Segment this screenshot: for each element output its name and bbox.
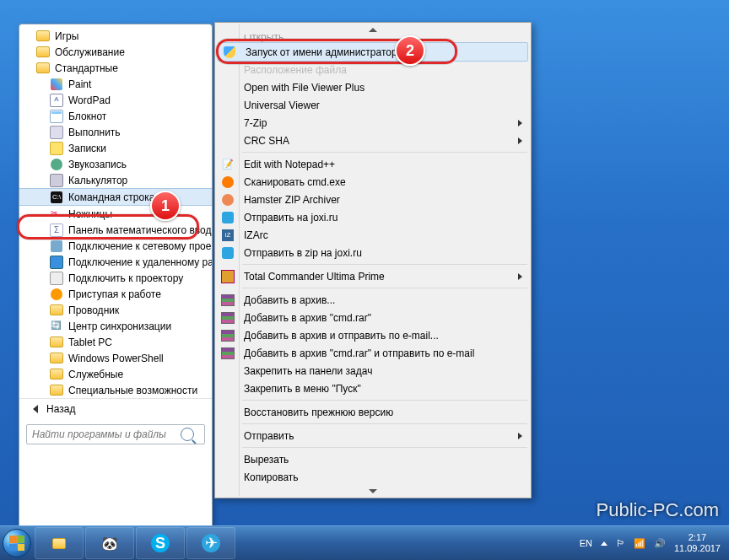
start-menu-item-label: Игры xyxy=(55,30,78,42)
start-menu-item-label: Специальные возможности xyxy=(68,385,197,396)
start-menu-item-label: Paint xyxy=(68,78,91,90)
context-menu-item-label: Отправить в zip на joxi.ru xyxy=(244,247,362,259)
start-menu-item-label: Служебные xyxy=(68,369,123,380)
avast-icon xyxy=(221,175,235,189)
context-menu-item[interactable]: Добавить в архив... xyxy=(217,291,529,309)
context-menu-item[interactable]: Сканировать cmd.exe xyxy=(217,173,529,191)
search-input[interactable] xyxy=(27,428,181,440)
submenu-arrow-icon xyxy=(518,273,522,280)
start-menu-item-10[interactable]: C:\Командная строка xyxy=(19,188,212,206)
taskbar-pinned-telegram[interactable]: ✈ xyxy=(186,527,235,559)
context-menu-item-label: Отправить на joxi.ru xyxy=(244,212,338,223)
start-menu-item-1[interactable]: Обслуживание xyxy=(19,44,212,60)
context-menu-item[interactable]: Отправить в zip на joxi.ru xyxy=(217,244,529,261)
tc-icon xyxy=(221,270,235,283)
taskbar-pinned-app-1[interactable]: 🐼 xyxy=(85,527,134,559)
back-label: Назад xyxy=(46,403,75,415)
folder-icon xyxy=(36,30,50,43)
notepad-icon xyxy=(50,110,63,123)
context-menu-scroll-up[interactable] xyxy=(217,24,529,35)
start-menu-back[interactable]: Назад xyxy=(19,398,212,419)
folder-icon xyxy=(50,384,63,397)
annotation-badge-1: 1 xyxy=(150,191,181,221)
start-menu-item-6[interactable]: Выполнить xyxy=(19,124,212,140)
start-menu-item-13[interactable]: Подключение к сетевому проектору xyxy=(19,238,212,254)
context-menu-item-label: Закрепить на панели задач xyxy=(244,365,372,377)
start-menu-item-14[interactable]: Подключение к удаленному рабочему столу xyxy=(19,254,212,270)
start-menu-item-label: Windows PowerShell xyxy=(68,353,164,364)
start-menu-item-label: Блокнот xyxy=(68,110,106,122)
clock[interactable]: 2:17 11.09.2017 xyxy=(674,532,721,554)
taskbar-pinned-skype[interactable]: S xyxy=(136,527,185,559)
tray-overflow-icon[interactable] xyxy=(601,541,608,546)
context-menu-item[interactable]: Закрепить в меню "Пуск" xyxy=(217,380,529,397)
context-menu-item-label: Universal Viewer xyxy=(244,100,320,111)
start-button[interactable] xyxy=(0,526,34,560)
context-menu-item[interactable]: Восстановить прежнюю версию xyxy=(217,403,529,421)
context-menu-item-label: Добавить в архив "cmd.rar" xyxy=(244,312,371,324)
start-menu-item-9[interactable]: Калькулятор xyxy=(19,172,212,188)
tray-volume-icon[interactable]: 🔊 xyxy=(654,538,666,549)
rar-icon xyxy=(221,347,235,360)
context-menu-item[interactable]: Total Commander Ultima Prime xyxy=(217,267,529,285)
start-menu-search[interactable] xyxy=(26,424,205,444)
context-menu-item[interactable]: iZIZArc xyxy=(217,226,529,244)
context-menu-item[interactable]: Закрепить на панели задач xyxy=(217,362,529,380)
context-menu-item-label: Сканировать cmd.exe xyxy=(244,176,346,188)
context-menu-item[interactable]: Копировать xyxy=(217,468,529,486)
context-menu-item[interactable]: Добавить в архив и отправить по e-mail..… xyxy=(217,326,529,344)
context-menu-scroll-down[interactable] xyxy=(217,486,529,496)
start-menu-item-18[interactable]: 🔄Центр синхронизации xyxy=(19,318,212,334)
context-menu-item[interactable]: Hamster ZIP Archiver xyxy=(217,191,529,208)
start-menu-item-22[interactable]: Специальные возможности xyxy=(19,382,212,398)
start-menu-item-label: Стандартные xyxy=(55,62,118,74)
start-menu-item-15[interactable]: Подключить к проектору xyxy=(19,270,212,286)
start-menu-item-17[interactable]: Проводник xyxy=(19,302,212,318)
start-menu-item-7[interactable]: Записки xyxy=(19,140,212,156)
tray-flag-icon[interactable]: 🏳 xyxy=(616,538,625,548)
telegram-icon: ✈ xyxy=(202,534,220,552)
language-indicator[interactable]: EN xyxy=(580,538,592,548)
start-menu-item-5[interactable]: Блокнот xyxy=(19,108,212,124)
start-menu-item-3[interactable]: Paint xyxy=(19,76,212,92)
clock-date: 11.09.2017 xyxy=(674,543,721,554)
context-menu-item-label: Open with File Viewer Plus xyxy=(244,82,364,94)
submenu-arrow-icon xyxy=(518,433,522,439)
sync-icon: 🔄 xyxy=(50,320,63,333)
joxi-icon xyxy=(221,211,235,224)
start-menu-item-label: Приступая к работе xyxy=(68,288,161,300)
calc-icon xyxy=(50,174,63,187)
start-menu-item-8[interactable]: Звукозапись xyxy=(19,156,212,172)
submenu-arrow-icon xyxy=(518,137,522,144)
context-menu-item-label: Закрепить в меню "Пуск" xyxy=(244,383,361,395)
start-icon xyxy=(50,288,63,301)
context-menu-item[interactable]: Open with File Viewer Plus xyxy=(217,78,529,96)
start-menu-item-19[interactable]: Tablet PC xyxy=(19,334,212,350)
start-menu: ИгрыОбслуживаниеСтандартныеPaintAWordPad… xyxy=(19,24,213,527)
context-menu-item[interactable]: CRC SHA xyxy=(217,132,529,149)
folder-icon xyxy=(50,336,63,349)
taskbar-pinned-explorer[interactable] xyxy=(35,527,84,559)
folder-icon xyxy=(36,46,50,59)
izarc-icon: iZ xyxy=(221,229,235,242)
explorer-icon xyxy=(50,304,63,317)
context-menu-item[interactable]: 📝Edit with Notepad++ xyxy=(217,155,529,173)
folder-icon xyxy=(50,368,63,381)
start-menu-item-4[interactable]: AWordPad xyxy=(19,92,212,108)
context-menu-item-label: Отправить xyxy=(244,430,294,442)
start-menu-item-16[interactable]: Приступая к работе xyxy=(19,286,212,302)
start-menu-item-20[interactable]: Windows PowerShell xyxy=(19,350,212,366)
system-tray: EN 🏳 📶 🔊 2:17 11.09.2017 xyxy=(580,532,729,554)
context-menu-item[interactable]: 7-Zip xyxy=(217,114,529,132)
context-menu-item[interactable]: Добавить в архив "cmd.rar" xyxy=(217,309,529,326)
start-menu-item-21[interactable]: Служебные xyxy=(19,366,212,382)
tray-network-icon[interactable]: 📶 xyxy=(634,538,645,549)
context-menu-item[interactable]: Universal Viewer xyxy=(217,96,529,114)
start-menu-item-0[interactable]: Игры xyxy=(19,28,212,44)
context-menu-item[interactable]: Отправить xyxy=(217,427,529,444)
context-menu-item[interactable]: Добавить в архив "cmd.rar" и отправить п… xyxy=(217,344,529,362)
context-menu-item[interactable]: Вырезать xyxy=(217,450,529,468)
windows-orb-icon xyxy=(3,529,31,557)
context-menu-item[interactable]: Отправить на joxi.ru xyxy=(217,208,529,226)
start-menu-item-2[interactable]: Стандартные xyxy=(19,60,212,76)
